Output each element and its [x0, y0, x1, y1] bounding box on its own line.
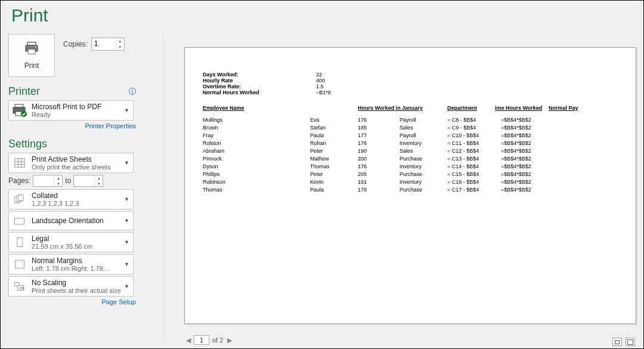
svg-point-3 — [35, 46, 36, 47]
page-navigator: ◀ of 2 ▶ — [184, 334, 636, 346]
chevron-down-icon: ▼ — [124, 160, 129, 166]
print-what-line1: Print Active Sheets — [32, 155, 131, 163]
chevron-down-icon: ▼ — [124, 107, 129, 113]
pages-to-input[interactable]: ▲▼ — [73, 175, 103, 187]
scaling-line2: Print sheets at their actual size — [32, 287, 131, 294]
col-pay: Normal Pay — [549, 105, 602, 111]
printer-status: Ready — [32, 111, 131, 118]
pages-label: Pages: — [8, 177, 30, 185]
chevron-down-icon: ▼ — [124, 283, 129, 289]
printer-selector[interactable]: Microsoft Print to PDF Ready ▼ — [8, 100, 134, 121]
page-setup-link[interactable]: Page Setup — [8, 298, 136, 305]
pages-to-down[interactable]: ▼ — [95, 181, 103, 186]
chevron-down-icon: ▼ — [124, 218, 129, 224]
page-title: Print — [11, 5, 633, 26]
sheets-icon — [11, 156, 28, 170]
zoom-to-page-button[interactable] — [626, 338, 635, 346]
kv-label: Overtime Rate: — [203, 84, 310, 89]
copies-up[interactable]: ▲ — [116, 38, 124, 44]
svg-rect-0 — [27, 42, 36, 45]
col-dept: Department — [447, 105, 495, 111]
copies-down[interactable]: ▼ — [116, 44, 124, 50]
chevron-down-icon: ▼ — [124, 196, 129, 202]
table-row: RolstonRohan176Inventory= C11 - $B$4=$B$… — [203, 140, 618, 146]
margins-line2: Left: 1.78 cm Right: 1.78… — [32, 265, 131, 272]
kv-label: Normal Hours Worked — [203, 89, 310, 95]
col-employee: Employee Name — [203, 105, 358, 111]
col-ot: ime Hours Worked — [495, 105, 549, 111]
table-row: FrayPaula177Payroll= C10 - $B$4=$B$4*$B$… — [203, 132, 618, 138]
svg-rect-8 — [15, 159, 24, 168]
scaling-icon: 100 — [11, 279, 28, 294]
kv-value: 1.5 — [316, 84, 352, 89]
svg-rect-4 — [15, 104, 23, 107]
page-of-label: of 2 — [212, 336, 223, 344]
show-margins-button[interactable] — [612, 338, 622, 346]
pages-from-down[interactable]: ▼ — [54, 181, 62, 186]
page-icon — [11, 235, 28, 249]
print-button-label: Print — [24, 61, 39, 70]
orientation-line1: Landscape Orientation — [32, 217, 131, 225]
table-row: ThomasPaula178Purchase= C17 - $B$4=$B$4*… — [203, 187, 618, 193]
svg-rect-2 — [28, 50, 35, 54]
copies-input[interactable]: 1 ▲ ▼ — [91, 38, 125, 51]
kv-value: =B1*8 — [316, 89, 352, 95]
print-button[interactable]: Print — [8, 34, 55, 77]
table-row: PhillipsPeter205Purchase= C15 - $B$4=$B$… — [203, 171, 618, 177]
print-what-line2: Only print the active sheets — [32, 163, 131, 171]
orientation-icon — [11, 214, 28, 228]
prev-page-button[interactable]: ◀ — [184, 336, 193, 344]
kv-value: 22 — [316, 72, 352, 78]
margins-line1: Normal Margins — [32, 257, 131, 265]
settings-section-title: Settings — [8, 138, 136, 150]
print-what-selector[interactable]: Print Active Sheets Only print the activ… — [8, 153, 134, 173]
margins-icon — [11, 257, 28, 271]
paper-line2: 21.59 cm x 35.56 cm — [32, 243, 131, 250]
collated-line1: Collated — [32, 192, 131, 200]
pages-to-up[interactable]: ▲ — [95, 175, 103, 181]
kv-label: Days Worked: — [203, 72, 310, 78]
svg-rect-16 — [15, 218, 24, 224]
printer-section-title: Printer i — [8, 85, 136, 98]
next-page-button[interactable]: ▶ — [225, 336, 234, 344]
col-hours: Hours Worked in January — [358, 105, 447, 111]
paper-line1: Legal — [32, 234, 131, 243]
pane-divider — [163, 34, 163, 344]
orientation-selector[interactable]: Landscape Orientation ▼ — [8, 211, 134, 230]
svg-rect-17 — [17, 237, 22, 246]
printer-properties-link[interactable]: Printer Properties — [8, 122, 136, 129]
copies-label: Copies: — [63, 40, 88, 48]
chevron-down-icon: ▼ — [124, 261, 129, 267]
kv-value: 400 — [316, 78, 352, 84]
table-row: MullingsEva176Payroll= C8 - $B$4=$B$4*$B… — [203, 117, 618, 123]
printer-status-icon — [11, 103, 28, 118]
table-row: AbrahamPeter190Sales= C12 - $B$4=$B$4*$B… — [203, 148, 618, 154]
svg-rect-15 — [18, 194, 23, 200]
table-row: BrownStefan185Sales= C9 - $B$4=$B$4*$B$2 — [203, 125, 618, 131]
pages-from-up[interactable]: ▲ — [54, 175, 62, 181]
table-row: RobinsonKevin191Inventory= C16 - $B$4=$B… — [203, 179, 618, 185]
copies-value: 1 — [94, 39, 98, 48]
pages-to-label: to — [65, 177, 71, 185]
margins-selector[interactable]: Normal Margins Left: 1.78 cm Right: 1.78… — [8, 254, 134, 274]
paper-selector[interactable]: Legal 21.59 cm x 35.56 cm ▼ — [8, 232, 134, 252]
chevron-down-icon: ▼ — [124, 239, 129, 245]
scaling-selector[interactable]: 100 No Scaling Print sheets at their act… — [8, 276, 134, 297]
print-preview: Days Worked:22Hourly Rate400Overtime Rat… — [184, 47, 636, 324]
scaling-line1: No Scaling — [32, 279, 131, 287]
collate-icon — [11, 192, 28, 206]
page-number-input[interactable] — [194, 335, 209, 345]
collated-line2: 1,2,3 1,2,3 1,2,3 — [32, 200, 131, 207]
pages-from-input[interactable]: ▲▼ — [33, 175, 63, 187]
printer-name: Microsoft Print to PDF — [32, 103, 131, 111]
table-row: PinnockMathew200Purchase= C13 - $B$4=$B$… — [203, 156, 618, 162]
svg-text:100: 100 — [19, 286, 24, 290]
info-icon[interactable]: i — [129, 88, 136, 95]
kv-label: Hourly Rate — [203, 78, 310, 84]
collated-selector[interactable]: Collated 1,2,3 1,2,3 1,2,3 ▼ — [8, 189, 134, 209]
printer-icon — [23, 41, 40, 58]
left-panel: Print Copies: 1 ▲ ▼ Printer i Microsoft … — [8, 34, 136, 308]
table-row: DysonThomas176Inventory= C14 - $B$4=$B$4… — [203, 163, 618, 169]
